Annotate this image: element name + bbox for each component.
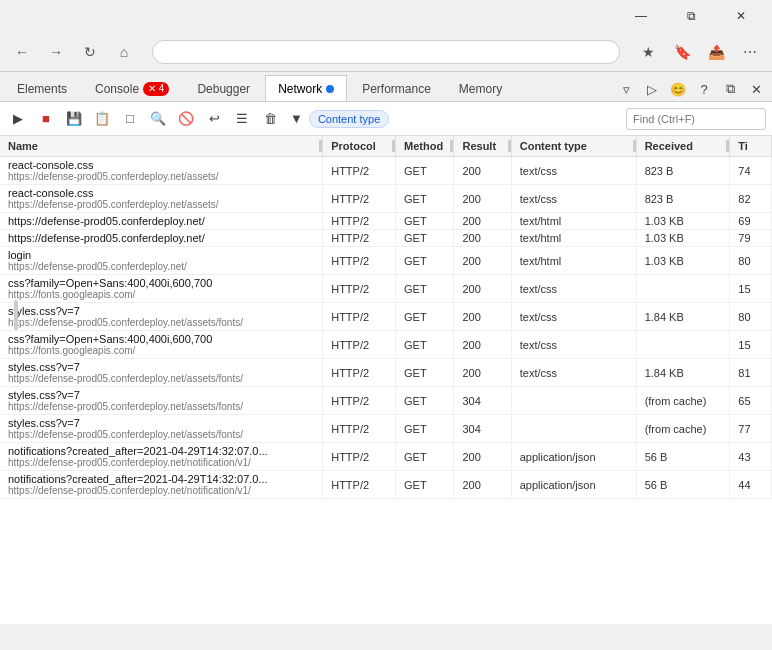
save-har-button[interactable]: 💾 xyxy=(62,107,86,131)
cell-result: 200 xyxy=(454,185,511,213)
resize-handle[interactable] xyxy=(14,300,18,330)
row-url: https://defense-prod05.conferdeploy.net/… xyxy=(8,171,314,182)
expand-all-button[interactable]: ☰ xyxy=(230,107,254,131)
cell-content-type: text/css xyxy=(511,185,636,213)
network-table-wrapper: Name Protocol Method Result Content type… xyxy=(0,136,772,624)
tab-performance-label: Performance xyxy=(362,82,431,96)
cell-name: css?family=Open+Sans:400,400i,600,700 ht… xyxy=(0,331,323,359)
find-input[interactable] xyxy=(626,108,766,130)
col-name[interactable]: Name xyxy=(0,136,323,157)
row-url: https://defense-prod05.conferdeploy.net/… xyxy=(8,429,314,440)
open-in-window-icon[interactable]: ▷ xyxy=(640,77,664,101)
cell-protocol: HTTP/2 xyxy=(323,275,396,303)
tab-network[interactable]: Network xyxy=(265,75,347,101)
clear-button[interactable]: 🗑 xyxy=(258,107,282,131)
col-method[interactable]: Method xyxy=(396,136,454,157)
table-row[interactable]: notifications?created_after=2021-04-29T1… xyxy=(0,443,772,471)
col-result[interactable]: Result xyxy=(454,136,511,157)
cell-result: 200 xyxy=(454,213,511,230)
forward-button[interactable]: → xyxy=(42,38,70,66)
tab-debugger[interactable]: Debugger xyxy=(184,75,263,101)
cell-method: GET xyxy=(396,359,454,387)
table-row[interactable]: styles.css?v=7 https://defense-prod05.co… xyxy=(0,415,772,443)
col-protocol[interactable]: Protocol xyxy=(323,136,396,157)
table-row[interactable]: react-console.css https://defense-prod05… xyxy=(0,157,772,185)
col-received[interactable]: Received xyxy=(636,136,730,157)
cell-time: 15 xyxy=(730,275,772,303)
cell-received: 56 B xyxy=(636,443,730,471)
cell-received: 1.84 KB xyxy=(636,359,730,387)
cell-protocol: HTTP/2 xyxy=(323,387,396,415)
filter-toggle-button[interactable]: □ xyxy=(118,107,142,131)
table-row[interactable]: https://defense-prod05.conferdeploy.net/… xyxy=(0,230,772,247)
devtools-right-icons: ▿ ▷ 😊 ? ⧉ ✕ xyxy=(614,77,772,101)
content-type-filter[interactable]: Content type xyxy=(309,110,389,128)
emoji-icon[interactable]: 😊 xyxy=(666,77,690,101)
table-row[interactable]: notifications?created_after=2021-04-29T1… xyxy=(0,471,772,499)
table-row[interactable]: css?family=Open+Sans:400,400i,600,700 ht… xyxy=(0,275,772,303)
reload-button[interactable]: ↻ xyxy=(76,38,104,66)
cell-time: 44 xyxy=(730,471,772,499)
row-name: notifications?created_after=2021-04-29T1… xyxy=(8,473,314,485)
detach-icon[interactable]: ⧉ xyxy=(718,77,742,101)
cell-protocol: HTTP/2 xyxy=(323,443,396,471)
search-requests-button[interactable]: 🔍 xyxy=(146,107,170,131)
import-button[interactable]: 📋 xyxy=(90,107,114,131)
col-content-type[interactable]: Content type xyxy=(511,136,636,157)
row-name: react-console.css xyxy=(8,159,314,171)
help-icon[interactable]: ? xyxy=(692,77,716,101)
table-row[interactable]: styles.css?v=7 https://defense-prod05.co… xyxy=(0,359,772,387)
table-row[interactable]: css?family=Open+Sans:400,400i,600,700 ht… xyxy=(0,331,772,359)
row-name: https://defense-prod05.conferdeploy.net/ xyxy=(8,215,314,227)
cell-received: (from cache) xyxy=(636,387,730,415)
cell-received: 56 B xyxy=(636,471,730,499)
tab-memory[interactable]: Memory xyxy=(446,75,515,101)
tab-console[interactable]: Console ✕ 4 xyxy=(82,75,182,101)
table-row[interactable]: react-console.css https://defense-prod05… xyxy=(0,185,772,213)
table-row[interactable]: login https://defense-prod05.conferdeplo… xyxy=(0,247,772,275)
cell-time: 82 xyxy=(730,185,772,213)
tab-performance[interactable]: Performance xyxy=(349,75,444,101)
tab-debugger-label: Debugger xyxy=(197,82,250,96)
table-row[interactable]: styles.css?v=7 https://defense-prod05.co… xyxy=(0,387,772,415)
row-name: css?family=Open+Sans:400,400i,600,700 xyxy=(8,333,314,345)
row-name: css?family=Open+Sans:400,400i,600,700 xyxy=(8,277,314,289)
cell-name: notifications?created_after=2021-04-29T1… xyxy=(0,443,323,471)
table-row[interactable]: https://defense-prod05.conferdeploy.net/… xyxy=(0,213,772,230)
cell-time: 69 xyxy=(730,213,772,230)
row-url: https://defense-prod05.conferdeploy.net/… xyxy=(8,373,314,384)
row-name: styles.css?v=7 xyxy=(8,305,314,317)
cell-time: 79 xyxy=(730,230,772,247)
block-url-button[interactable]: 🚫 xyxy=(174,107,198,131)
close-button[interactable]: ✕ xyxy=(718,0,764,32)
dock-icon[interactable]: ▿ xyxy=(614,77,638,101)
tab-network-label: Network xyxy=(278,82,322,96)
reload-preserve-button[interactable]: ↩ xyxy=(202,107,226,131)
network-table: Name Protocol Method Result Content type… xyxy=(0,136,772,499)
cell-time: 65 xyxy=(730,387,772,415)
cell-name: styles.css?v=7 https://defense-prod05.co… xyxy=(0,415,323,443)
cell-content-type xyxy=(511,387,636,415)
tab-elements[interactable]: Elements xyxy=(4,75,80,101)
minimize-button[interactable]: — xyxy=(618,0,664,32)
record-button[interactable]: ▶ xyxy=(6,107,30,131)
cell-received: 1.03 KB xyxy=(636,247,730,275)
col-time[interactable]: Ti xyxy=(730,136,772,157)
more-icon[interactable]: ⋯ xyxy=(736,38,764,66)
cell-protocol: HTTP/2 xyxy=(323,359,396,387)
table-row[interactable]: styles.css?v=7 https://defense-prod05.co… xyxy=(0,303,772,331)
bookmark-icon[interactable]: ★ xyxy=(634,38,662,66)
collections-icon[interactable]: 🔖 xyxy=(668,38,696,66)
back-button[interactable]: ← xyxy=(8,38,36,66)
share-icon[interactable]: 📤 xyxy=(702,38,730,66)
home-button[interactable]: ⌂ xyxy=(110,38,138,66)
cell-name: notifications?created_after=2021-04-29T1… xyxy=(0,471,323,499)
cell-content-type: text/css xyxy=(511,303,636,331)
filter-icon[interactable]: ▼ xyxy=(290,111,303,126)
cell-protocol: HTTP/2 xyxy=(323,303,396,331)
stop-button[interactable]: ■ xyxy=(34,107,58,131)
restore-button[interactable]: ⧉ xyxy=(668,0,714,32)
row-name: login xyxy=(8,249,314,261)
cell-result: 304 xyxy=(454,387,511,415)
close-devtools-icon[interactable]: ✕ xyxy=(744,77,768,101)
